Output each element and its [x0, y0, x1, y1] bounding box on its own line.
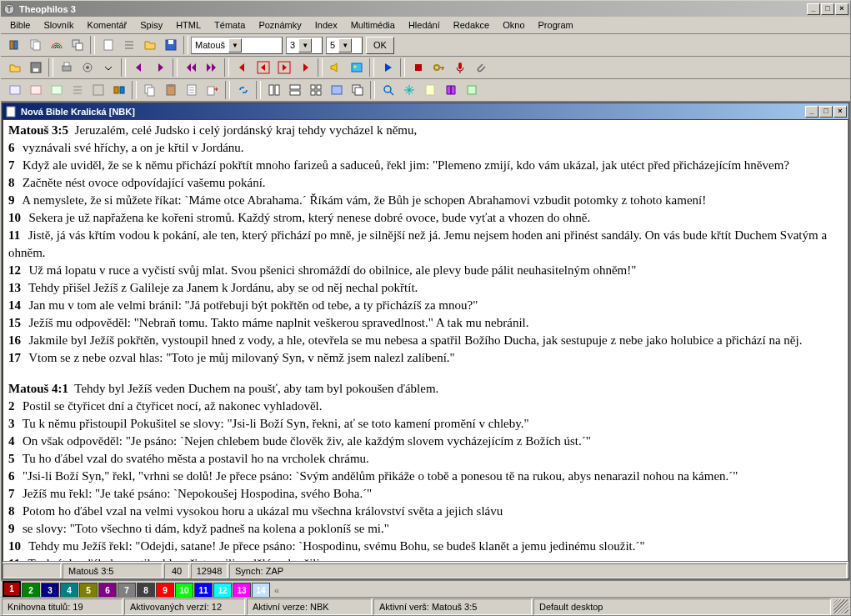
menu-slovník[interactable]: Slovník	[38, 18, 79, 32]
desktop-tab-5[interactable]: 5	[79, 583, 98, 597]
rewind-purple-icon[interactable]	[181, 58, 200, 77]
verse[interactable]: 10 Sekera je už napřažena ke kořeni stro…	[8, 209, 843, 227]
verse[interactable]: 2 Postil se čtyřicet dní a čtyřicet nocí…	[8, 398, 843, 415]
desktop-tab-4[interactable]: 4	[60, 583, 78, 597]
desktop-tab-11[interactable]: 11	[194, 583, 213, 597]
desktop-tab-3[interactable]: 3	[41, 583, 59, 597]
next-purple-icon[interactable]	[150, 58, 169, 77]
tb-save-icon[interactable]	[161, 36, 180, 54]
minimize-button[interactable]: _	[807, 3, 820, 15]
help-book-icon[interactable]	[441, 81, 460, 99]
layout-rows-icon[interactable]	[285, 81, 304, 99]
menu-komentář[interactable]: Komentář	[82, 18, 133, 32]
speaker-icon[interactable]	[326, 58, 345, 77]
export-icon[interactable]	[203, 81, 222, 99]
link-icon[interactable]	[233, 81, 253, 99]
tool-e-icon[interactable]	[88, 81, 108, 99]
tool-d-icon[interactable]	[68, 81, 87, 99]
verse[interactable]: 15 Ježíš mu odpověděl: "Nebraň tomu. Tak…	[8, 314, 843, 332]
verse[interactable]: 7 Ježíš mu řekl: "Je také psáno: `Nepoko…	[8, 485, 843, 503]
desktop-tab-8[interactable]: 8	[137, 583, 155, 597]
verse[interactable]: 9 A nemyslete, že si můžete říkat: `Máme…	[8, 192, 843, 209]
tb-doc-icon[interactable]	[98, 36, 118, 54]
layout-grid-icon[interactable]	[306, 81, 325, 99]
verse[interactable]: 4 On však odpověděl: "Je psáno: `Nejen c…	[8, 433, 843, 450]
tool-c-icon[interactable]	[47, 81, 66, 99]
verse[interactable]: 9 se slovy: "Toto všechno ti dám, když p…	[8, 520, 843, 538]
verse[interactable]: 13 Tehdy přišel Ježíš z Galileje za Jane…	[8, 279, 843, 297]
desktop-tab-10[interactable]: 10	[175, 583, 193, 597]
forward-purple-icon[interactable]	[202, 58, 221, 77]
chevron-down-icon[interactable]: ▼	[338, 38, 352, 53]
open-icon[interactable]	[5, 58, 24, 77]
tb-rainbow-icon[interactable]	[47, 36, 66, 54]
menu-redakce[interactable]: Redakce	[448, 18, 495, 32]
note-icon[interactable]	[420, 81, 439, 99]
attach-icon[interactable]	[471, 58, 490, 77]
chapter-combo[interactable]: 3▼	[286, 37, 323, 54]
tb-copies-icon[interactable]	[68, 36, 87, 54]
prev-red-box-icon[interactable]	[253, 58, 273, 77]
desktop-tab-13[interactable]: 13	[233, 583, 251, 597]
desktop-tab-1[interactable]: 1	[3, 581, 21, 597]
chevron-down-icon[interactable]: ▼	[228, 38, 242, 53]
desktop-tab-12[interactable]: 12	[213, 583, 232, 597]
layout-tile-icon[interactable]	[327, 81, 346, 99]
next-red-box-icon[interactable]	[274, 58, 293, 77]
tb-folder-icon[interactable]	[140, 36, 159, 54]
child-close-button[interactable]: ×	[833, 106, 847, 118]
desktop-tab-7[interactable]: 7	[118, 583, 136, 597]
menu-okno[interactable]: Okno	[497, 18, 530, 32]
desktop-tab-6[interactable]: 6	[98, 583, 117, 597]
verse[interactable]: 10 Tehdy mu Ježíš řekl: "Odejdi, satane!…	[8, 538, 843, 555]
menu-témata[interactable]: Témata	[208, 18, 251, 32]
menu-bible[interactable]: Bible	[4, 18, 36, 32]
child-minimize-button[interactable]: _	[805, 106, 818, 118]
menu-hledání[interactable]: Hledání	[403, 18, 446, 32]
verse[interactable]: 12 Už má lopatu v ruce a vyčistí svůj ml…	[8, 262, 843, 279]
desktop-tab-2[interactable]: 2	[22, 583, 40, 597]
key-icon[interactable]	[429, 58, 448, 77]
tool-f-icon[interactable]	[109, 81, 128, 99]
wizard-icon[interactable]	[462, 81, 481, 99]
verse-combo[interactable]: 5▼	[326, 37, 363, 54]
copy-icon[interactable]	[140, 81, 159, 99]
verse[interactable]: 3 Tu k němu přistoupil Pokušitel se slov…	[8, 415, 843, 433]
menu-multimédia[interactable]: Multimédia	[345, 18, 401, 32]
verse[interactable]: 6 "Jsi-li Boží Syn," řekl, "vrhni se dol…	[8, 468, 843, 485]
verse[interactable]: 7 Když ale uviděl, že se k němu přichází…	[8, 157, 843, 174]
layout-cols-icon[interactable]	[264, 81, 283, 99]
menu-poznámky[interactable]: Poznámky	[253, 18, 307, 32]
verse[interactable]: 16 Jakmile byl Ježíš pokřtěn, vystoupil …	[8, 332, 843, 349]
menu-html[interactable]: HTML	[170, 18, 207, 32]
mic-icon[interactable]	[450, 58, 469, 77]
paste-icon[interactable]	[161, 81, 180, 99]
maximize-button[interactable]: □	[821, 3, 834, 15]
picture-icon[interactable]	[347, 58, 366, 77]
menu-spisy[interactable]: Spisy	[134, 18, 168, 32]
ok-button[interactable]: OK	[366, 37, 394, 54]
stop-red-icon[interactable]	[408, 58, 428, 77]
verse[interactable]: 8 Začněte nést ovoce odpovídající vašemu…	[8, 174, 843, 192]
desktop-tab-14[interactable]: 14	[252, 583, 270, 597]
child-maximize-button[interactable]: □	[819, 106, 833, 118]
tool-b-icon[interactable]	[26, 81, 45, 99]
tb-list-icon[interactable]	[119, 36, 138, 54]
tool-a-icon[interactable]	[5, 81, 24, 99]
tb-pages-icon[interactable]	[26, 36, 45, 54]
menu-index[interactable]: Index	[309, 18, 343, 32]
desktop-tab-9[interactable]: 9	[156, 583, 174, 597]
book-combo[interactable]: Matouš▼	[191, 37, 283, 54]
tabs-more[interactable]: «	[271, 583, 283, 597]
menu-program[interactable]: Program	[533, 18, 579, 32]
play-blue-icon[interactable]	[378, 58, 397, 77]
verse[interactable]: 11 Tenkrát ho ďábel opustil a hle, přist…	[8, 555, 843, 562]
layout-cascade-icon[interactable]	[348, 81, 367, 99]
verse[interactable]: 17 Vtom se z nebe ozval hlas: "Toto je m…	[8, 349, 843, 367]
next-red-icon[interactable]	[295, 58, 314, 77]
verse[interactable]: 8 Potom ho ďábel vzal na velmi vysokou h…	[8, 503, 843, 520]
close-button[interactable]: ×	[835, 3, 848, 15]
verse[interactable]: 11 Jistě, já vás křtím vodou k pokání, a…	[8, 227, 843, 262]
search-icon[interactable]	[378, 81, 398, 99]
dropdown-icon[interactable]	[98, 58, 118, 77]
